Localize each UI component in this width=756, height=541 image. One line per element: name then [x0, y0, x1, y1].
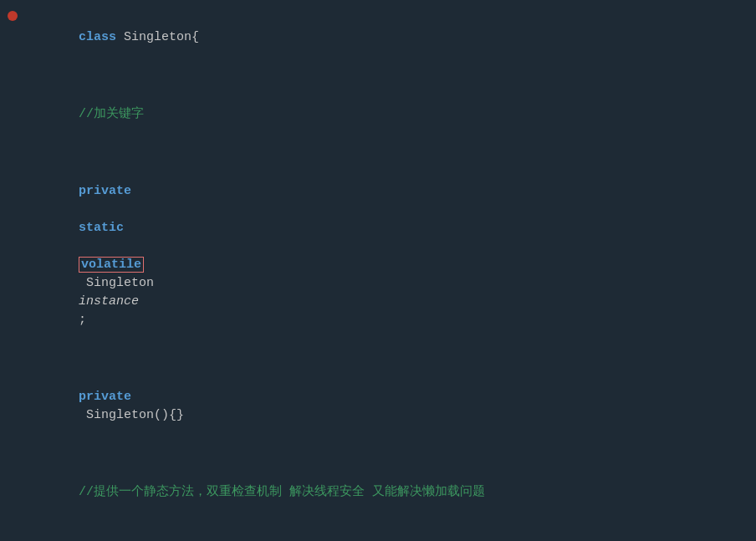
keyword-class: class	[79, 30, 116, 44]
keyword-static: static	[79, 221, 124, 235]
line-content-1: class Singleton{	[25, 8, 756, 67]
line-content-4: private Singleton(){}	[25, 350, 756, 445]
line-content-6: //懒汉式 3 推荐	[25, 522, 756, 541]
gutter-1	[0, 8, 25, 21]
comment-provide-method: //提供一个静态方法，双重检查机制 解决线程安全 又能解决懒加载问题	[79, 485, 485, 499]
code-line-3: private static volatile Singleton instan…	[0, 144, 756, 350]
line-content-3: private static volatile Singleton instan…	[25, 144, 756, 350]
volatile-keyword: volatile	[79, 257, 144, 273]
code-line-5: //提供一个静态方法，双重检查机制 解决线程安全 又能解决懒加载问题	[0, 445, 756, 522]
code-line-4: private Singleton(){}	[0, 350, 756, 445]
breakpoint-icon	[8, 11, 18, 21]
code-editor: class Singleton{ //加关键字 private static v…	[0, 0, 756, 541]
keyword-private: private	[79, 184, 131, 198]
instance-var-1: instance	[79, 294, 139, 309]
code-line-6: //懒汉式 3 推荐	[0, 522, 756, 541]
line-content-2: //加关键字	[25, 67, 756, 144]
comment-add-keyword: //加关键字	[79, 107, 144, 121]
gutter-2	[0, 67, 25, 69]
gutter-4	[0, 350, 25, 352]
code-line-1: class Singleton{	[0, 8, 756, 67]
gutter-5	[0, 445, 25, 447]
code-line-2: //加关键字	[0, 67, 756, 144]
line-content-5: //提供一个静态方法，双重检查机制 解决线程安全 又能解决懒加载问题	[25, 445, 756, 522]
keyword-private-2: private	[79, 390, 131, 404]
gutter-3	[0, 144, 25, 146]
gutter-6	[0, 522, 25, 524]
